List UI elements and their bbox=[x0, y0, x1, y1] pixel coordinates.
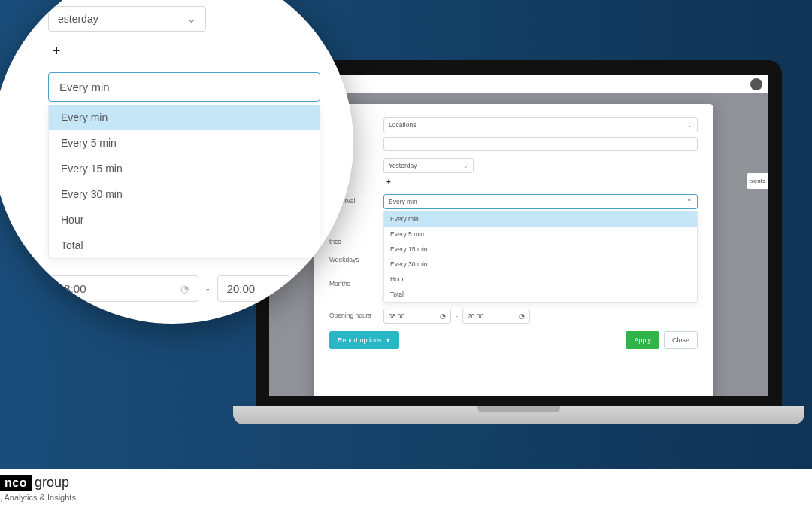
recipients-tab[interactable]: pients bbox=[747, 173, 768, 189]
zoom-end-time-value: 20:00 bbox=[227, 282, 256, 295]
interval-select[interactable]: Every min ⌃ bbox=[383, 194, 698, 209]
zoom-start-time-value: 08:00 bbox=[58, 282, 86, 295]
opening-start-value: 08:00 bbox=[389, 312, 404, 320]
filters-modal: Source Locations ⌄ od Yeste bbox=[314, 104, 713, 396]
source-row: Source Locations ⌄ bbox=[329, 117, 698, 151]
interval-value: Every min bbox=[389, 198, 417, 205]
interval-option[interactable]: Total bbox=[384, 287, 697, 302]
zoom-interval-option[interactable]: Every 15 min bbox=[49, 156, 320, 181]
opening-end-value: 20:00 bbox=[468, 312, 483, 320]
triangle-down-icon: ▼ bbox=[386, 338, 391, 343]
modal-footer: Report options ▼ Apply Close bbox=[329, 331, 698, 349]
logo: nco group , Analytics & Insights bbox=[0, 475, 76, 502]
close-button[interactable]: Close bbox=[664, 331, 698, 349]
source-selected: Locations bbox=[389, 121, 416, 129]
period-select[interactable]: Yesterday ⌄ bbox=[383, 158, 474, 173]
laptop-base bbox=[233, 406, 804, 424]
clock-icon: ◔ bbox=[519, 312, 525, 320]
apply-button[interactable]: Apply bbox=[626, 331, 659, 349]
zoom-interval-option[interactable]: Hour bbox=[49, 207, 320, 233]
zoom-time-separator: - bbox=[206, 283, 210, 295]
chevron-down-icon: ⌄ bbox=[187, 13, 196, 25]
zoom-add-button[interactable]: + bbox=[48, 42, 65, 59]
period-row: od Yesterday ⌄ + bbox=[329, 158, 698, 187]
logo-text: group bbox=[35, 475, 69, 491]
zoom-interval-option[interactable]: Every min bbox=[49, 105, 320, 130]
logo-subtitle: , Analytics & Insights bbox=[0, 493, 76, 502]
avatar-icon[interactable] bbox=[750, 78, 762, 90]
zoom-period-value: esterday bbox=[58, 13, 98, 25]
report-options-label: Report options bbox=[338, 336, 382, 344]
months-row: Months bbox=[329, 277, 698, 287]
opening-hours-label: Opening hours bbox=[329, 309, 383, 319]
chevron-up-icon: ⌃ bbox=[686, 198, 692, 205]
metrics-label: trics bbox=[329, 235, 383, 245]
source-extra-input[interactable] bbox=[383, 137, 698, 151]
source-select[interactable]: Locations ⌄ bbox=[383, 117, 698, 132]
weekdays-row: Weekdays bbox=[329, 253, 698, 263]
clock-icon: ◔ bbox=[440, 312, 446, 320]
report-options-button[interactable]: Report options ▼ bbox=[329, 331, 399, 349]
laptop-notch bbox=[477, 406, 560, 412]
zoom-interval-option[interactable]: Total bbox=[49, 233, 320, 258]
brand-bar: nco group , Analytics & Insights bbox=[0, 469, 812, 508]
zoom-interval-option[interactable]: Every 30 min bbox=[49, 181, 320, 207]
interval-option[interactable]: Every min bbox=[384, 211, 697, 227]
zoom-interval-value: Every min bbox=[59, 81, 110, 93]
zoom-interval-select[interactable]: Every min bbox=[48, 72, 320, 102]
opening-hours-row: Opening hours 08:00 ◔ - 20:00 ◔ bbox=[329, 309, 698, 324]
opening-end-input[interactable]: 20:00 ◔ bbox=[462, 309, 530, 324]
logo-mark: nco bbox=[0, 475, 32, 491]
time-separator: - bbox=[456, 312, 458, 320]
chevron-down-icon: ⌄ bbox=[463, 163, 468, 169]
period-selected: Yesterday bbox=[389, 162, 417, 169]
metrics-row: trics bbox=[329, 235, 698, 245]
zoom-interval-option[interactable]: Every 5 min bbox=[49, 130, 320, 156]
chevron-down-icon: ⌄ bbox=[687, 122, 692, 129]
clock-icon: ◔ bbox=[180, 283, 189, 294]
add-period-button[interactable]: + bbox=[383, 176, 394, 187]
zoom-start-time-input[interactable]: 08:00 ◔ bbox=[48, 275, 198, 302]
zoom-interval-dropdown: Every min Every 5 min Every 15 min Every… bbox=[48, 105, 320, 259]
zoom-period-select[interactable]: esterday ⌄ bbox=[48, 6, 206, 32]
opening-start-input[interactable]: 08:00 ◔ bbox=[383, 309, 451, 324]
weekdays-label: Weekdays bbox=[329, 253, 383, 263]
months-label: Months bbox=[329, 277, 383, 287]
